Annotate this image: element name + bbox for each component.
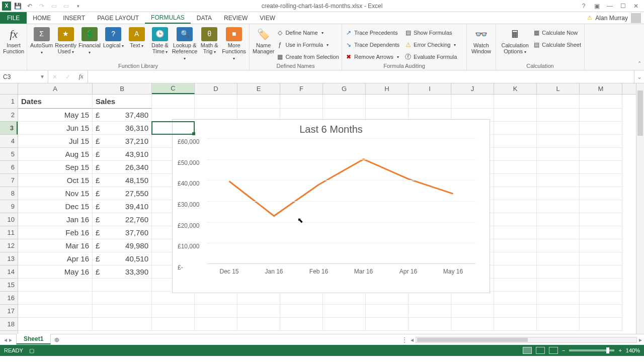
- cell[interactable]: [409, 95, 451, 109]
- cell[interactable]: [366, 292, 409, 305]
- cell[interactable]: [323, 305, 366, 318]
- ribbon-display-icon[interactable]: ▣: [591, 3, 603, 10]
- cell[interactable]: [280, 292, 323, 305]
- cell[interactable]: [494, 239, 537, 252]
- cell[interactable]: [237, 292, 280, 305]
- column-header[interactable]: F: [280, 83, 323, 94]
- use-in-formula-button[interactable]: ƒUse in Formula▾: [276, 39, 339, 50]
- tab-data[interactable]: DATA: [191, 12, 218, 24]
- cell[interactable]: [580, 187, 622, 200]
- cell[interactable]: [580, 292, 622, 305]
- cell[interactable]: [494, 148, 537, 161]
- cell[interactable]: £48,150: [93, 174, 152, 187]
- text-button[interactable]: AText ▾: [126, 25, 147, 55]
- tab-home[interactable]: HOME: [27, 12, 57, 24]
- lookup-button[interactable]: 🔍Lookup & Reference ▾: [173, 25, 197, 61]
- cell[interactable]: [409, 292, 451, 305]
- cell[interactable]: [494, 187, 537, 200]
- cell[interactable]: [537, 174, 580, 187]
- cell[interactable]: Dec 15: [18, 200, 93, 213]
- row-header[interactable]: 18: [0, 318, 18, 331]
- minimize-icon[interactable]: —: [604, 3, 616, 10]
- column-header[interactable]: M: [580, 83, 622, 94]
- cell[interactable]: [451, 292, 494, 305]
- cancel-formula-icon[interactable]: ✕: [48, 73, 61, 80]
- cell[interactable]: [580, 200, 622, 213]
- cell[interactable]: [580, 174, 622, 187]
- cell[interactable]: [537, 200, 580, 213]
- column-headers[interactable]: ABCDEFGHIJKLM: [18, 83, 636, 95]
- vertical-scrollbar[interactable]: [636, 83, 644, 334]
- cell[interactable]: [537, 239, 580, 252]
- row-header[interactable]: 4: [0, 135, 18, 148]
- cell[interactable]: £37,760: [93, 226, 152, 239]
- cell[interactable]: [580, 95, 622, 109]
- expand-formula-bar-icon[interactable]: ⌄: [634, 70, 644, 83]
- macro-record-icon[interactable]: ▢: [29, 347, 34, 354]
- cell[interactable]: [537, 135, 580, 148]
- qat-dropdown-icon[interactable]: ▾: [72, 1, 84, 11]
- insert-function-button[interactable]: fx Insert Function: [3, 25, 24, 55]
- cell[interactable]: [451, 305, 494, 318]
- column-header[interactable]: J: [451, 83, 494, 94]
- row-header[interactable]: 1: [0, 95, 18, 109]
- autosum-button[interactable]: ΣAutoSum ▾: [30, 25, 53, 55]
- tab-review[interactable]: REVIEW: [218, 12, 254, 24]
- cell[interactable]: [494, 265, 537, 279]
- row-header[interactable]: 2: [0, 109, 18, 122]
- cell[interactable]: [366, 95, 409, 109]
- define-name-button[interactable]: ◇Define Name▾: [276, 27, 339, 38]
- column-header[interactable]: A: [18, 83, 93, 94]
- cell[interactable]: Apr 16: [18, 252, 93, 265]
- touch-mode-icon[interactable]: ▭: [48, 1, 59, 11]
- cell[interactable]: [409, 305, 451, 318]
- cell[interactable]: £49,980: [93, 239, 152, 252]
- evaluate-formula-button[interactable]: ⓕEvaluate Formula: [405, 51, 457, 62]
- row-header[interactable]: 13: [0, 252, 18, 265]
- cell[interactable]: £39,410: [93, 200, 152, 213]
- cell[interactable]: [280, 305, 323, 318]
- cell[interactable]: £37,480: [93, 109, 152, 122]
- more-button[interactable]: ■More Functions ▾: [222, 25, 246, 61]
- cell[interactable]: [451, 318, 494, 331]
- calculation-options-button[interactable]: 🖩 Calculation Options ▾: [499, 25, 531, 55]
- cell[interactable]: £27,550: [93, 187, 152, 200]
- save-icon[interactable]: 💾: [12, 1, 23, 11]
- cell[interactable]: Mar 16: [18, 239, 93, 252]
- cell[interactable]: [537, 161, 580, 174]
- cell[interactable]: [537, 109, 580, 122]
- cell[interactable]: [237, 95, 280, 109]
- watch-window-button[interactable]: 👓 Watch Window: [470, 25, 493, 55]
- calculate-sheet-button[interactable]: ▤Calculate Sheet: [533, 39, 581, 50]
- tab-formulas[interactable]: FORMULAS: [145, 12, 191, 24]
- cell[interactable]: [366, 318, 409, 331]
- cell[interactable]: [537, 148, 580, 161]
- cell[interactable]: [580, 279, 622, 292]
- cell[interactable]: [580, 265, 622, 279]
- cell[interactable]: £22,760: [93, 213, 152, 226]
- cell[interactable]: [580, 122, 622, 135]
- column-header[interactable]: I: [409, 83, 451, 94]
- cell[interactable]: [537, 305, 580, 318]
- cell[interactable]: [451, 95, 494, 109]
- cell[interactable]: [494, 305, 537, 318]
- cell[interactable]: [537, 318, 580, 331]
- cell[interactable]: [494, 279, 537, 292]
- cell[interactable]: [195, 318, 237, 331]
- cell[interactable]: [580, 318, 622, 331]
- row-header[interactable]: 17: [0, 305, 18, 318]
- cell[interactable]: [195, 292, 237, 305]
- worksheet-grid[interactable]: ABCDEFGHIJKLM 12345678910111213141516171…: [0, 83, 644, 334]
- column-header[interactable]: G: [323, 83, 366, 94]
- account-area[interactable]: ⚠ Alan Murray: [587, 12, 644, 24]
- name-manager-button[interactable]: 🏷️ Name Manager: [253, 25, 274, 55]
- zoom-out-icon[interactable]: −: [562, 347, 565, 353]
- cell[interactable]: Feb 16: [18, 226, 93, 239]
- column-header[interactable]: H: [366, 83, 409, 94]
- cell[interactable]: [152, 95, 195, 109]
- close-icon[interactable]: ✕: [630, 3, 642, 10]
- cell[interactable]: [93, 292, 152, 305]
- cell[interactable]: [537, 213, 580, 226]
- cell[interactable]: [195, 95, 237, 109]
- row-header[interactable]: 6: [0, 161, 18, 174]
